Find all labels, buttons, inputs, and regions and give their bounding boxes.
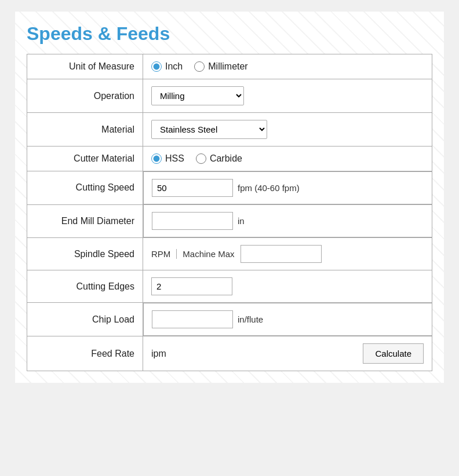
hss-option[interactable]: HSS — [151, 153, 184, 164]
end-mill-diameter-unit: in — [238, 216, 245, 226]
operation-label: Operation — [94, 91, 134, 101]
feed-rate-label: Feed Rate — [91, 349, 134, 358]
chip-load-row: Chip Load in/flute — [27, 303, 432, 336]
millimeter-option[interactable]: Millimeter — [194, 61, 247, 72]
spindle-speed-controls: RPM Machine Max — [151, 245, 424, 263]
inch-option[interactable]: Inch — [151, 61, 183, 72]
machine-max-label: Machine Max — [183, 249, 234, 259]
hss-label: HSS — [165, 153, 184, 164]
cutting-edges-label: Cutting Edges — [76, 281, 134, 291]
chip-load-label: Chip Load — [92, 314, 134, 324]
operation-row: Operation Milling Drilling Turning — [27, 79, 432, 113]
carbide-radio[interactable] — [196, 153, 206, 164]
end-mill-diameter-input[interactable] — [152, 212, 233, 230]
spindle-speed-row: Spindle Speed RPM Machine Max — [27, 238, 432, 270]
material-label: Material — [101, 125, 134, 134]
feed-rate-controls: ipm Calculate — [151, 343, 424, 364]
millimeter-radio[interactable] — [194, 61, 205, 72]
cutting-edges-row: Cutting Edges — [27, 270, 432, 303]
spindle-speed-label: Spindle Speed — [74, 249, 134, 259]
cutting-speed-input[interactable] — [152, 179, 233, 197]
cutting-speed-row: Cutting Speed fpm (40-60 fpm) — [27, 171, 432, 205]
unit-of-measure-options: Inch Millimeter — [151, 61, 424, 72]
cutter-material-row: Cutter Material HSS Carbide — [27, 147, 432, 171]
calculate-button[interactable]: Calculate — [363, 343, 424, 364]
cutter-material-label: Cutter Material — [74, 153, 134, 163]
cutting-speed-label: Cutting Speed — [76, 182, 134, 192]
chip-load-unit: in/flute — [238, 314, 263, 324]
unit-of-measure-label: Unit of Measure — [69, 61, 134, 71]
rpm-label: RPM — [151, 249, 177, 259]
end-mill-diameter-row: End Mill Diameter in — [27, 204, 432, 238]
operation-select[interactable]: Milling Drilling Turning — [151, 86, 244, 105]
carbide-option[interactable]: Carbide — [196, 153, 242, 164]
unit-of-measure-row: Unit of Measure Inch Millimeter — [27, 54, 432, 79]
spindle-speed-input[interactable] — [241, 245, 322, 263]
cutting-edges-input[interactable] — [151, 277, 232, 295]
material-row: Material Stainless Steel Aluminum Steel … — [27, 113, 432, 147]
inch-label: Inch — [165, 61, 183, 72]
end-mill-diameter-label: End Mill Diameter — [61, 216, 134, 226]
millimeter-label: Millimeter — [208, 61, 247, 72]
page-title: Speeds & Feeds — [27, 23, 432, 45]
cutter-material-options: HSS Carbide — [151, 153, 424, 164]
chip-load-input[interactable] — [152, 310, 233, 328]
feed-rate-unit: ipm — [151, 349, 166, 359]
carbide-label: Carbide — [210, 153, 242, 164]
feed-rate-row: Feed Rate ipm Calculate — [27, 336, 432, 371]
material-select[interactable]: Stainless Steel Aluminum Steel Titanium … — [151, 120, 267, 139]
inch-radio[interactable] — [151, 61, 162, 72]
cutting-speed-unit: fpm (40-60 fpm) — [238, 183, 300, 193]
hss-radio[interactable] — [151, 153, 162, 164]
speeds-feeds-table: Unit of Measure Inch Millimeter — [27, 54, 432, 371]
